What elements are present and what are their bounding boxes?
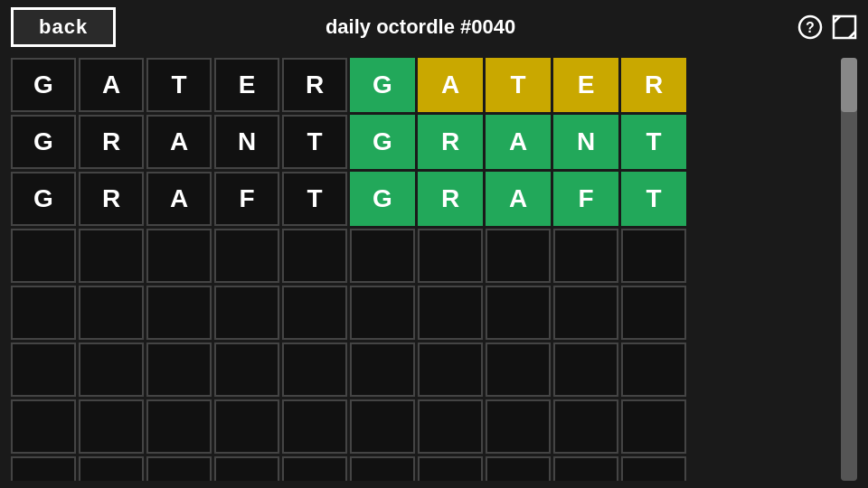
cell-3-1 — [79, 229, 144, 283]
cell-4-5 — [350, 286, 415, 340]
cell-3-2 — [146, 229, 212, 283]
cell-1-5: G — [350, 115, 415, 169]
cell-0-2: T — [146, 58, 212, 112]
cell-1-9: T — [621, 115, 686, 169]
cell-5-4 — [282, 343, 347, 397]
cell-3-0 — [11, 229, 76, 283]
cell-6-7 — [486, 399, 551, 454]
cell-5-1 — [79, 343, 144, 397]
cell-5-3 — [214, 343, 279, 397]
svg-text:?: ? — [806, 20, 815, 35]
scrollbar-track[interactable] — [841, 58, 857, 481]
grid-row-5 — [11, 343, 835, 397]
cell-7-2 — [146, 456, 212, 481]
cell-6-3 — [214, 399, 279, 454]
cell-2-6: R — [418, 172, 483, 226]
grid-row-3 — [11, 229, 835, 283]
grid-row-4 — [11, 286, 835, 340]
cell-3-7 — [486, 229, 551, 283]
cell-7-0 — [11, 456, 76, 481]
cell-2-0: G — [11, 172, 76, 226]
cell-7-9 — [621, 456, 686, 481]
grid-row-6 — [11, 399, 835, 454]
cell-7-4 — [282, 456, 347, 481]
cell-5-5 — [350, 343, 415, 397]
cell-3-9 — [621, 229, 686, 283]
cell-5-6 — [418, 343, 483, 397]
cell-5-7 — [486, 343, 551, 397]
grid-row-0: GATERGATER — [11, 58, 835, 112]
help-button[interactable]: ? — [797, 14, 823, 40]
cell-3-4 — [282, 229, 347, 283]
cell-1-8: N — [553, 115, 618, 169]
game-title: daily octordle #0040 — [58, 15, 783, 39]
cell-1-0: G — [11, 115, 76, 169]
cell-2-3: F — [214, 172, 279, 226]
cell-6-5 — [350, 399, 415, 454]
cell-0-0: G — [11, 58, 76, 112]
cell-3-5 — [350, 229, 415, 283]
cell-6-4 — [282, 399, 347, 454]
scrollbar-thumb[interactable] — [841, 58, 857, 112]
cell-4-3 — [214, 286, 279, 340]
cell-7-5 — [350, 456, 415, 481]
cell-0-8: E — [553, 58, 618, 112]
cell-4-6 — [418, 286, 483, 340]
grid-row-1: GRANTGRANT — [11, 115, 835, 169]
header: back daily octordle #0040 ? — [0, 0, 868, 54]
cell-7-6 — [418, 456, 483, 481]
cell-4-0 — [11, 286, 76, 340]
cell-1-6: R — [418, 115, 483, 169]
cell-0-7: T — [486, 58, 551, 112]
cell-2-9: T — [621, 172, 686, 226]
cell-0-5: G — [350, 58, 415, 112]
cell-6-9 — [621, 399, 686, 454]
cell-0-1: A — [79, 58, 144, 112]
cell-5-2 — [146, 343, 212, 397]
cell-4-9 — [621, 286, 686, 340]
header-icons: ? — [797, 14, 857, 40]
cell-6-0 — [11, 399, 76, 454]
cell-7-3 — [214, 456, 279, 481]
cell-5-0 — [11, 343, 76, 397]
expand-icon — [832, 14, 857, 40]
cell-4-1 — [79, 286, 144, 340]
cell-0-4: R — [282, 58, 347, 112]
grid-row-2: GRAFTGRAFT — [11, 172, 835, 226]
cell-0-6: A — [418, 58, 483, 112]
cell-4-7 — [486, 286, 551, 340]
cell-2-2: A — [146, 172, 212, 226]
cell-7-1 — [79, 456, 144, 481]
cell-4-4 — [282, 286, 347, 340]
cell-3-8 — [553, 229, 618, 283]
cell-1-4: T — [282, 115, 347, 169]
cell-4-2 — [146, 286, 212, 340]
cell-6-6 — [418, 399, 483, 454]
cell-2-8: F — [553, 172, 618, 226]
cell-1-2: A — [146, 115, 212, 169]
cell-2-4: T — [282, 172, 347, 226]
grid-container: GATERGATERGRANTGRANTGRAFTGRAFT — [11, 58, 835, 481]
expand-button[interactable] — [832, 14, 857, 40]
grid-row-7 — [11, 456, 835, 481]
cell-2-5: G — [350, 172, 415, 226]
cell-1-3: N — [214, 115, 279, 169]
cell-3-3 — [214, 229, 279, 283]
cell-2-1: R — [79, 172, 144, 226]
cell-5-8 — [553, 343, 618, 397]
cell-6-8 — [553, 399, 618, 454]
cell-0-9: R — [621, 58, 686, 112]
cell-1-1: R — [79, 115, 144, 169]
cell-6-2 — [146, 399, 212, 454]
cell-2-7: A — [486, 172, 551, 226]
main-area: GATERGATERGRANTGRANTGRAFTGRAFT — [0, 54, 868, 488]
cell-7-8 — [553, 456, 618, 481]
cell-6-1 — [79, 399, 144, 454]
cell-4-8 — [553, 286, 618, 340]
help-icon: ? — [797, 14, 823, 40]
cell-1-7: A — [486, 115, 551, 169]
cell-7-7 — [486, 456, 551, 481]
cell-3-6 — [418, 229, 483, 283]
cell-5-9 — [621, 343, 686, 397]
cell-0-3: E — [214, 58, 279, 112]
